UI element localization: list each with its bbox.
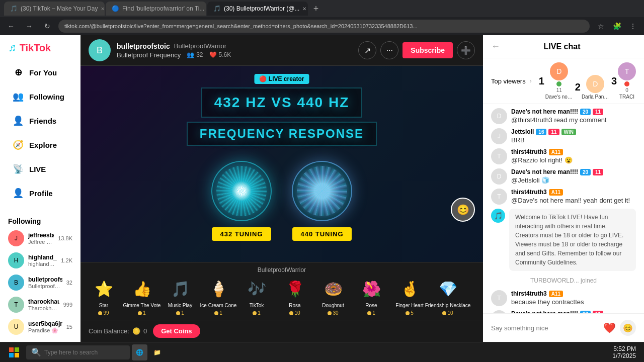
following-item-jeffreestar[interactable]: J jeffreestar ✓ Jeffree Star 13.8K: [4, 227, 76, 249]
taskbar-browser[interactable]: 🌐: [132, 344, 147, 360]
home-icon: ⊕: [12, 66, 24, 78]
gift-star[interactable]: ⭐ Star 99: [89, 277, 119, 316]
tiktok-logo: ♬ TikTok: [8, 41, 51, 54]
gift-doughnut[interactable]: 🍩 Doughnut 30: [318, 277, 348, 316]
top-viewers-row[interactable]: Top viewers › 1 D 11 Dave's not h... 2: [491, 62, 636, 100]
forward-button[interactable]: →: [22, 19, 36, 33]
taskbar-time: 5:52 PM: [612, 345, 636, 352]
stream-background: 🔴 LIVE creator 432 HZ VS 440 HZ FREQUENC…: [80, 66, 483, 262]
browser-tab-1[interactable]: 🎵 (30) TikTok – Make Your Day ✕: [4, 2, 105, 16]
taskbar: 🔍 🌐 📁 5:52 PM 1/7/2025: [0, 342, 644, 362]
chat-input-field[interactable]: [491, 324, 599, 332]
sidebar-item-explore[interactable]: 🧭 Explore: [4, 134, 76, 156]
gift-music-play[interactable]: 🎵 Music Play 1: [165, 277, 195, 316]
gift-fingerheart-icon: 🤞: [397, 277, 422, 301]
start-button[interactable]: [4, 344, 24, 360]
gift-perfume-icon: 🎀: [474, 277, 475, 301]
sidebar-item-live[interactable]: 📡 LIVE: [4, 158, 76, 180]
following-item-bulletproof[interactable]: B bulletproofst... BulletproofWarrior 32: [4, 272, 76, 294]
msg-7-avatar: T: [491, 290, 507, 306]
gift-music-name: Music Play: [168, 303, 192, 308]
stream-title-line2: FREQUENCY RESPONSE: [187, 122, 377, 146]
joined-1-user: TURBOWORLD...: [530, 277, 579, 284]
app-container: ♬ TikTok ⊕ For You 👥 Following 👤 Friends…: [0, 35, 644, 342]
gift-vote-name: Gimme The Vote: [123, 303, 161, 308]
avatar-bulletproof: B: [8, 275, 24, 291]
share-button[interactable]: ↗: [358, 41, 376, 59]
live-creator-badge: 🔴 LIVE creator: [254, 74, 309, 84]
gift-gimme-vote[interactable]: 👍 Gimme The Vote 1: [127, 277, 157, 316]
gift-ice-cream[interactable]: 🍦 Ice Cream Cone 1: [203, 277, 233, 316]
gift-necklace-name: Friendship Necklace: [425, 303, 471, 308]
chrome-icon: 🌐: [136, 349, 143, 356]
tab1-close[interactable]: ✕: [101, 6, 105, 12]
bookmark-button[interactable]: ☆: [594, 19, 608, 33]
following-info-bulletproof: bulletproofst... BulletproofWarrior: [28, 276, 62, 289]
gift-perfume[interactable]: 🎀 Perfume 20: [471, 277, 475, 316]
sidebar-item-following[interactable]: 👥 Following: [4, 85, 76, 108]
gift-rosa-icon: 🌹: [283, 277, 307, 301]
sidebar-item-friends[interactable]: 👤 Friends: [4, 110, 76, 132]
sidebar-item-for-you[interactable]: ⊕ For You: [4, 61, 76, 83]
following-item-user5bqa[interactable]: U user5bqa6jrsjn Paradise 🌸 15: [4, 316, 76, 338]
circle-440-visual: [292, 161, 352, 221]
taskbar-search[interactable]: 🔍: [26, 345, 130, 359]
following-name-user5bqa: user5bqa6jrsjn: [28, 320, 62, 327]
browser-tab-3[interactable]: 🎵 (30) BulletproofWarrior (@... ✕: [207, 2, 308, 16]
get-coins-button[interactable]: Get Coins: [153, 324, 200, 338]
menu-button[interactable]: ⋮: [626, 19, 640, 33]
following-icon: 👥: [12, 90, 24, 103]
msg-3-text: @Razzio lol right! 😮: [511, 156, 636, 164]
follow-button[interactable]: ➕: [457, 41, 475, 59]
taskbar-search-input[interactable]: [44, 349, 125, 356]
gifts-bar: BulletproofWarrior ⭐ Star 99 👍 Gimme The…: [80, 262, 483, 320]
more-options-button[interactable]: ···: [380, 41, 398, 59]
sidebar-label-profile: Profile: [29, 189, 53, 198]
rank-3-dot: [624, 81, 629, 86]
gift-tiktok-cost: 1: [253, 310, 261, 316]
gift-rosa[interactable]: 🌹 Rosa 10: [280, 277, 310, 316]
chat-send-button[interactable]: 😊: [620, 320, 636, 336]
following-item-tharookhauler[interactable]: T tharookhauler Tharookhauler 999: [4, 294, 76, 316]
tab3-close[interactable]: ✕: [302, 6, 306, 12]
sidebar-label-following: Following: [29, 93, 64, 101]
taskbar-explorer[interactable]: 📁: [149, 344, 165, 360]
msg-5-header: thirst4truth3 A11: [511, 189, 636, 196]
rank-3-name: TRACI: [619, 94, 634, 100]
see-all-button[interactable]: ∨ See all: [0, 338, 80, 342]
system-msg-icon: 🎵: [491, 209, 505, 223]
extensions-button[interactable]: 🧩: [610, 19, 624, 33]
gift-rose[interactable]: 🌺 Rose 1: [356, 277, 386, 316]
sidebar-item-profile[interactable]: 👤 Profile: [4, 182, 76, 204]
following-count-user5bqa: 15: [66, 324, 72, 330]
svg-rect-1: [15, 347, 19, 352]
url-input[interactable]: tiktok.com/@bulletproofstoic/live?enter_…: [58, 20, 590, 33]
gift-doughnut-name: Doughnut: [322, 303, 344, 308]
rank-1-name: Dave's not h...: [545, 94, 573, 100]
heart-button[interactable]: ❤️: [603, 322, 616, 334]
chat-back-button[interactable]: ←: [491, 41, 500, 52]
following-item-highland[interactable]: H highland_cry... highland_crystal 1.2K: [4, 249, 76, 272]
streamer-info: bulletproofstoic BulletproofWarrior Bull…: [117, 42, 352, 59]
gift-friendship-necklace[interactable]: 💎 Friendship Necklace 10: [433, 277, 463, 316]
logo-icon: ♬: [8, 41, 17, 54]
coin-icon: 🪙: [132, 327, 140, 335]
refresh-button[interactable]: ↻: [40, 19, 54, 33]
chat-system-msg: 🎵 Welcome to TikTok LIVE! Have fun inter…: [491, 209, 636, 271]
msg-3-badge1: A11: [549, 149, 563, 155]
rank-3-count: 0: [625, 87, 628, 93]
gift-tiktok[interactable]: 🎶 TikTok 1: [242, 277, 272, 316]
msg-2-badge1: 16: [536, 129, 546, 135]
gifts-scroll-container: ⭐ Star 99 👍 Gimme The Vote 1 🎵 Music Pla…: [89, 277, 475, 316]
following-sub-user5bqa: Paradise 🌸: [28, 327, 62, 334]
new-tab-button[interactable]: +: [309, 2, 323, 16]
subscribe-button[interactable]: Subscribe: [403, 42, 453, 58]
streamer-display-name: bulletproofstoic: [117, 42, 170, 50]
msg-1-avatar: D: [491, 108, 507, 124]
browser-tab-2[interactable]: 🔵 Find 'bulletproofwarrior' on Ti... ✕: [106, 2, 206, 16]
back-button[interactable]: ←: [4, 19, 18, 33]
gift-vote-icon: 👍: [130, 277, 154, 301]
viewer-count-item: 👥 32: [187, 51, 203, 58]
gift-finger-heart[interactable]: 🤞 Finger Heart 5: [394, 277, 425, 316]
rank-2-name: Darla Pankin: [582, 94, 609, 100]
